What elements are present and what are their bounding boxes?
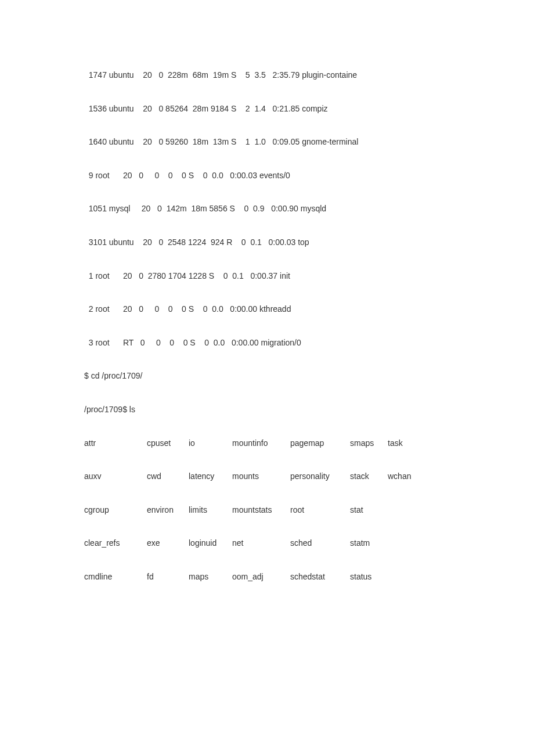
top-row: 1536 ubuntu 20 0 85264 28m 9184 S 2 1.4 … [84, 103, 450, 115]
ls-entry: environ [147, 505, 189, 516]
ls-entry: loginuid [189, 538, 232, 549]
ls-entry: auxv [84, 471, 147, 483]
top-row: 2 root 20 0 0 0 0 S 0 0.0 0:00.00 kthrea… [84, 304, 450, 315]
top-row: 3101 ubuntu 20 0 2548 1224 924 R 0 0.1 0… [84, 237, 450, 249]
ls-entry: oom_adj [232, 571, 290, 583]
ls-row: cmdline fd maps oom_adj schedstat status [84, 571, 450, 583]
ls-row: auxv cwd latency mounts personality stac… [84, 471, 450, 483]
ls-entry: net [232, 538, 290, 549]
shell-command: /proc/1709$ ls [84, 404, 450, 416]
ls-entry: statm [350, 538, 388, 549]
ls-row: clear_refs exe loginuid net sched statm [84, 538, 450, 549]
ls-row: cgroup environ limits mountstats root st… [84, 505, 450, 516]
ls-entry: io [189, 438, 232, 449]
ls-entry: stack [350, 471, 388, 483]
ls-entry: sched [290, 538, 350, 549]
ls-entry: task [388, 438, 403, 449]
ls-entry: wchan [388, 471, 411, 483]
ls-entry: smaps [350, 438, 388, 449]
ls-entry: mountinfo [232, 438, 290, 449]
ls-entry: mountstats [232, 505, 290, 516]
ls-entry: stat [350, 505, 388, 516]
top-row: 1 root 20 0 2780 1704 1228 S 0 0.1 0:00.… [84, 271, 450, 282]
shell-command: $ cd /proc/1709/ [84, 370, 450, 382]
ls-entry: schedstat [290, 571, 350, 583]
ls-entry: maps [189, 571, 232, 583]
ls-entry: root [290, 505, 350, 516]
ls-entry: status [350, 571, 388, 583]
top-row: 1640 ubuntu 20 0 59260 18m 13m S 1 1.0 0… [84, 136, 450, 148]
ls-entry: attr [84, 438, 147, 449]
ls-entry: exe [147, 538, 189, 549]
ls-entry: fd [147, 571, 189, 583]
top-row: 9 root 20 0 0 0 0 S 0 0.0 0:00.03 events… [84, 170, 450, 182]
ls-entry: cwd [147, 471, 189, 483]
terminal-output: 1747 ubuntu 20 0 228m 68m 19m S 5 3.5 2:… [0, 0, 534, 640]
ls-entry: cgroup [84, 505, 147, 516]
top-row: 3 root RT 0 0 0 0 S 0 0.0 0:00.00 migrat… [84, 337, 450, 349]
ls-entry: latency [189, 471, 232, 483]
ls-entry: mounts [232, 471, 290, 483]
ls-entry: limits [189, 505, 232, 516]
ls-entry: cpuset [147, 438, 189, 449]
top-row: 1051 mysql 20 0 142m 18m 5856 S 0 0.9 0:… [84, 203, 450, 215]
ls-row: attr cpuset io mountinfo pagemap smaps t… [84, 438, 450, 449]
ls-entry: cmdline [84, 571, 147, 583]
ls-entry: clear_refs [84, 538, 147, 549]
top-row: 1747 ubuntu 20 0 228m 68m 19m S 5 3.5 2:… [84, 70, 450, 81]
ls-entry: personality [290, 471, 350, 483]
ls-entry: pagemap [290, 438, 350, 449]
